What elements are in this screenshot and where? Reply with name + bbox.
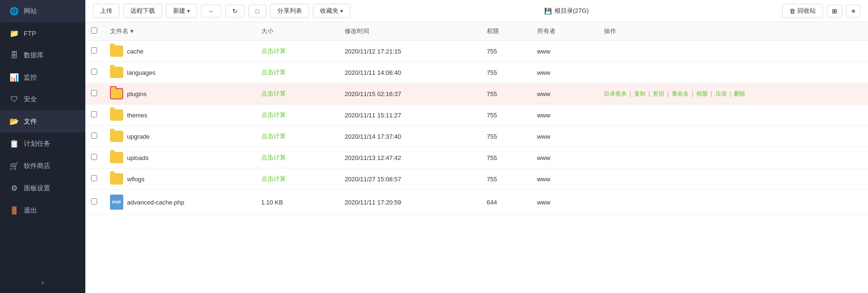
action-separator: | xyxy=(666,90,670,97)
row-actions-cell xyxy=(598,169,868,190)
logout-icon: 🚪 xyxy=(9,206,19,215)
row-checkbox[interactable] xyxy=(91,198,97,204)
row-modified-cell: 2020/11/11 17:20:59 xyxy=(339,190,481,215)
sidebar-item-monitor[interactable]: 📊 监控 xyxy=(0,66,85,89)
table-row: cache点击计算2020/11/12 17:21:15755www xyxy=(85,41,868,62)
action-separator: | xyxy=(647,90,652,97)
row-checkbox[interactable] xyxy=(91,69,97,75)
table-row: themes点击计算2020/11/11 15:11:27755www xyxy=(85,105,868,126)
size-calculate-link[interactable]: 点击计算 xyxy=(261,90,286,97)
row-permissions-cell: 644 xyxy=(481,190,531,215)
file-name[interactable]: wflogs xyxy=(127,176,145,183)
folder-icon xyxy=(110,109,123,121)
action-link-权限[interactable]: 权限 xyxy=(696,90,708,97)
row-name-cell: PHPadvanced-cache.php xyxy=(104,190,256,215)
action-link-复制[interactable]: 复制 xyxy=(634,90,646,97)
file-table: 文件名 ▾ 大小 修改时间 权限 所有者 操作 xyxy=(85,22,868,293)
file-name[interactable]: themes xyxy=(127,112,147,119)
row-size-cell: 点击计算 xyxy=(256,126,339,147)
row-checkbox[interactable] xyxy=(91,111,97,117)
refresh-button[interactable]: ↻ xyxy=(225,5,245,18)
header-actions: 操作 xyxy=(598,22,868,41)
header-name: 文件名 ▾ xyxy=(104,22,256,41)
row-checkbox[interactable] xyxy=(91,90,97,96)
new-button-label: 新建 xyxy=(173,7,185,15)
size-calculate-link[interactable]: 点击计算 xyxy=(261,154,286,161)
path-text: 根目录(27G) xyxy=(555,7,589,15)
row-checkbox[interactable] xyxy=(91,47,97,53)
main-content: 上传 远程下载 新建 ← ↻ □ 分享列表 收藏夹 💾 根目录(27G) 🗑 回… xyxy=(85,0,868,293)
sidebar-add-button[interactable]: + xyxy=(0,272,85,293)
header-actions-label: 操作 xyxy=(604,27,616,35)
sidebar-item-ftp[interactable]: 📁 FTP xyxy=(0,22,85,44)
file-name[interactable]: upgrade xyxy=(127,133,150,140)
sidebar-item-label: 面板设置 xyxy=(24,184,50,193)
header-modified-label: 修改时间 xyxy=(345,27,369,35)
action-link-删除[interactable]: 删除 xyxy=(734,90,745,97)
back-button[interactable]: ← xyxy=(201,5,221,18)
database-icon: 🗄 xyxy=(9,51,19,60)
php-icon: PHP xyxy=(110,195,123,210)
path-disk-icon: 💾 xyxy=(544,8,552,15)
terminal-button[interactable]: □ xyxy=(248,5,266,18)
folder-icon xyxy=(110,67,123,78)
row-checkbox[interactable] xyxy=(91,175,97,181)
row-checkbox[interactable] xyxy=(91,154,97,160)
header-name-label: 文件名 ▾ xyxy=(110,27,134,35)
action-link-压缩[interactable]: 压缩 xyxy=(715,90,727,97)
row-modified-cell: 2020/11/11 15:11:27 xyxy=(339,105,481,126)
action-link-目录查杀[interactable]: 目录查杀 xyxy=(604,90,627,97)
sidebar-item-logout[interactable]: 🚪 退出 xyxy=(0,199,85,222)
recycle-icon: 🗑 xyxy=(789,8,795,15)
row-owner-cell: www xyxy=(531,41,598,62)
file-name[interactable]: advanced-cache.php xyxy=(127,199,184,206)
sidebar-item-website[interactable]: 🌐 网站 xyxy=(0,0,85,22)
sidebar-item-store[interactable]: 🛒 软件商店 xyxy=(0,155,85,177)
grid-view-button[interactable]: ⊞ xyxy=(827,5,842,18)
share-list-button[interactable]: 分享列表 xyxy=(270,4,309,18)
file-name-wrapper: upgrade xyxy=(110,131,250,142)
row-name-cell: upgrade xyxy=(104,126,256,147)
row-checkbox[interactable] xyxy=(91,133,97,139)
row-owner-cell: www xyxy=(531,62,598,83)
header-size-label: 大小 xyxy=(261,27,274,35)
select-all-checkbox[interactable] xyxy=(91,27,97,34)
remote-download-button[interactable]: 远程下载 xyxy=(123,4,162,18)
file-name[interactable]: plugins xyxy=(127,90,146,98)
size-calculate-link[interactable]: 点击计算 xyxy=(261,133,286,140)
file-name-wrapper: plugins xyxy=(110,88,250,99)
sidebar-item-panel[interactable]: ⚙ 面板设置 xyxy=(0,177,85,199)
file-name-wrapper: themes xyxy=(110,109,250,121)
action-link-重命名[interactable]: 重命名 xyxy=(672,90,689,97)
sidebar-item-label: 数据库 xyxy=(24,51,44,60)
sidebar-item-security[interactable]: 🛡 安全 xyxy=(0,89,85,110)
row-name-cell: uploads xyxy=(104,147,256,169)
row-name-cell: wflogs xyxy=(104,169,256,190)
action-separator: | xyxy=(690,90,695,97)
action-link-剪切[interactable]: 剪切 xyxy=(653,90,664,97)
security-icon: 🛡 xyxy=(9,95,19,104)
size-calculate-link[interactable]: 点击计算 xyxy=(261,47,286,54)
sidebar-item-files[interactable]: 📂 文件 xyxy=(0,110,85,133)
file-name[interactable]: cache xyxy=(127,48,144,55)
size-calculate-link[interactable]: 点击计算 xyxy=(261,111,286,118)
sidebar-item-database[interactable]: 🗄 数据库 xyxy=(0,44,85,66)
sidebar-item-tasks[interactable]: 📋 计划任务 xyxy=(0,133,85,155)
table-row: plugins点击计算2020/11/15 02:16:37755www目录查杀… xyxy=(85,83,868,105)
list-view-button[interactable]: ≡ xyxy=(846,5,860,18)
file-name[interactable]: uploads xyxy=(127,154,149,161)
size-calculate-link[interactable]: 点击计算 xyxy=(261,69,286,76)
row-actions-cell xyxy=(598,190,868,215)
recycle-button[interactable]: 🗑 回收站 xyxy=(782,4,823,18)
ftp-icon: 📁 xyxy=(9,29,19,38)
file-name[interactable]: languages xyxy=(127,69,155,76)
row-permissions-cell: 755 xyxy=(481,62,531,83)
size-calculate-link[interactable]: 点击计算 xyxy=(261,175,286,182)
new-button[interactable]: 新建 xyxy=(166,4,197,18)
header-checkbox-col xyxy=(85,22,104,41)
favorites-button[interactable]: 收藏夹 xyxy=(313,4,350,18)
row-checkbox-cell xyxy=(85,41,104,62)
header-owner: 所有者 xyxy=(531,22,598,41)
upload-button[interactable]: 上传 xyxy=(93,4,119,18)
row-checkbox-cell xyxy=(85,83,104,105)
